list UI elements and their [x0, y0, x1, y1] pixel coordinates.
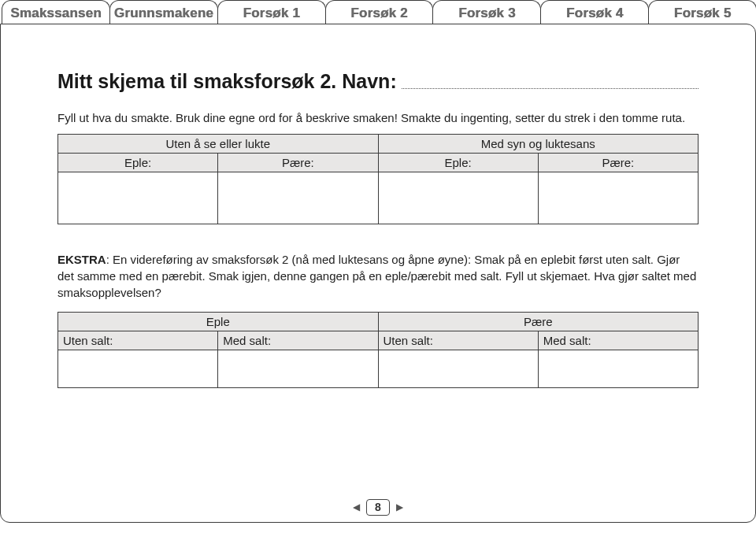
- tab-bar: Smakssansen Grunnsmakene Forsøk 1 Forsøk…: [0, 0, 756, 24]
- instructions-text: Fyll ut hva du smakte. Bruk dine egne or…: [57, 110, 699, 126]
- table1-header-with: Med syn og luktesans: [378, 134, 699, 153]
- tab-grunnsmakene[interactable]: Grunnsmakene: [109, 0, 218, 24]
- table2-cell[interactable]: [378, 350, 538, 387]
- table1-col-eple-b: Eple:: [378, 153, 538, 172]
- table1-col-paere-a: Pære:: [218, 153, 378, 172]
- table2-header-paere: Pære: [378, 312, 699, 331]
- table1-cell[interactable]: [58, 172, 218, 224]
- table1-cell[interactable]: [218, 172, 378, 224]
- tab-smakssansen[interactable]: Smakssansen: [2, 0, 110, 24]
- tab-forsok-4[interactable]: Forsøk 4: [540, 0, 649, 24]
- table1-header-without: Uten å se eller lukte: [58, 134, 379, 153]
- table2-col-med-b: Med salt:: [538, 331, 698, 350]
- table-senses: Uten å se eller lukte Med syn og luktesa…: [57, 134, 699, 224]
- tab-forsok-3[interactable]: Forsøk 3: [432, 0, 541, 24]
- table1-cell[interactable]: [538, 172, 698, 224]
- page-frame: Mitt skjema til smaksforsøk 2. Navn: Fyl…: [0, 24, 756, 523]
- next-page-icon[interactable]: ▶: [396, 502, 403, 513]
- table-salt: Eple Pære Uten salt: Med salt: Uten salt…: [57, 312, 699, 388]
- extra-label: EKSTRA: [57, 253, 106, 266]
- tab-forsok-1[interactable]: Forsøk 1: [217, 0, 326, 24]
- table2-header-eple: Eple: [58, 312, 379, 331]
- extra-text: EKSTRA: En videreføring av smaksforsøk 2…: [57, 251, 699, 301]
- extra-body: : En videreføring av smaksforsøk 2 (nå m…: [57, 253, 696, 299]
- table1-col-paere-b: Pære:: [538, 153, 698, 172]
- table1-cell[interactable]: [378, 172, 538, 224]
- table2-cell[interactable]: [538, 350, 698, 387]
- table2-col-med-a: Med salt:: [218, 331, 378, 350]
- table1-col-eple-a: Eple:: [58, 153, 218, 172]
- tab-forsok-5[interactable]: Forsøk 5: [648, 0, 756, 24]
- table2-cell[interactable]: [218, 350, 378, 387]
- content-area: Mitt skjema til smaksforsøk 2. Navn: Fyl…: [1, 24, 755, 423]
- page-title: Mitt skjema til smaksforsøk 2. Navn:: [57, 70, 397, 93]
- page-indicator: ◀ 8 ▶: [353, 499, 403, 516]
- tab-forsok-2[interactable]: Forsøk 2: [325, 0, 434, 25]
- title-row: Mitt skjema til smaksforsøk 2. Navn:: [57, 70, 699, 93]
- table2-cell[interactable]: [58, 350, 218, 387]
- table2-col-uten-a: Uten salt:: [58, 331, 218, 350]
- prev-page-icon[interactable]: ◀: [353, 502, 360, 513]
- page-number: 8: [366, 499, 390, 516]
- name-input-line[interactable]: [402, 88, 699, 89]
- table2-col-uten-b: Uten salt:: [378, 331, 538, 350]
